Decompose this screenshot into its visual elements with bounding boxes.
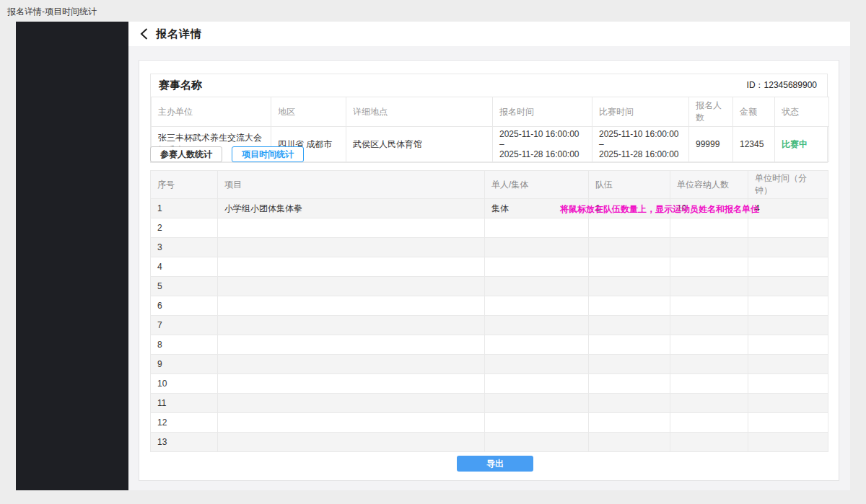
cell-capacity [670,238,748,257]
stats-header-row: 序号 项目 单人/集体 队伍 单位容纳人数 单位时间（分钟） [151,171,828,199]
cell-team[interactable] [589,218,670,238]
signup-count-cell: 99999 [689,127,733,162]
cell-type [485,277,589,296]
cell-team[interactable] [589,257,670,277]
column-header-unit-time: 单位时间（分钟） [748,171,828,199]
cell-index: 12 [151,413,218,433]
venue-cell: 武侯区人民体育馆 [346,127,493,162]
cell-type [485,374,589,394]
cell-team[interactable] [589,238,670,257]
column-header-type: 单人/集体 [485,171,589,199]
page-title: 报名详情-项目时间统计 [7,6,97,18]
cell-type [485,218,589,238]
column-header-match-time: 比赛时间 [592,97,689,127]
cell-index: 1 [151,199,218,218]
cell-team[interactable] [589,374,670,394]
cell-unit-time [748,218,828,238]
cell-team[interactable] [589,277,670,296]
cell-project [218,413,485,433]
cell-project [218,355,485,374]
cell-index: 2 [151,218,218,238]
cell-unit-time [748,296,828,316]
cell-team[interactable] [589,433,670,452]
cell-team[interactable] [589,316,670,335]
cell-index: 10 [151,374,218,394]
event-header-row: 主办单位 地区 详细地点 报名时间 比赛时间 报名人数 金额 状态 [152,97,829,127]
cell-unit-time [748,433,828,452]
column-header-venue: 详细地点 [346,97,493,127]
column-header-signup-time: 报名时间 [493,97,592,127]
column-header-signup-count: 报名人数 [689,97,733,127]
sidebar [16,22,128,490]
cell-unit-time [748,316,828,335]
cell-project [218,277,485,296]
cell-index: 13 [151,433,218,452]
cell-capacity [670,394,748,413]
table-row: 8 [151,335,828,355]
table-row: 13 [151,433,828,452]
cell-index: 5 [151,277,218,296]
cell-project [218,433,485,452]
event-id-label: ID： [747,80,764,90]
export-button[interactable]: 导出 [457,456,533,472]
cell-type [485,413,589,433]
table-row: 3 [151,238,828,257]
cell-type [485,335,589,355]
match-time-cell: 2025-11-10 16:00:00 – 2025-11-28 16:00:0… [592,127,689,162]
cell-type [485,238,589,257]
cell-project [218,257,485,277]
cell-capacity [670,335,748,355]
tab-project-time-stats[interactable]: 项目时间统计 [232,146,304,162]
back-button[interactable] [140,28,148,40]
column-header-capacity: 单位容纳人数 [670,171,748,199]
cell-index: 11 [151,394,218,413]
cell-type [485,355,589,374]
cell-unit-time [748,394,828,413]
table-row: 9 [151,355,828,374]
table-row: 6 [151,296,828,316]
column-header-amount: 金额 [733,97,775,127]
cell-index: 8 [151,335,218,355]
cell-capacity [670,257,748,277]
cell-type [485,433,589,452]
cell-unit-time [748,355,828,374]
cell-type [485,316,589,335]
amount-cell: 12345 [733,127,775,162]
table-row: 2 [151,218,828,238]
column-header-status: 状态 [775,97,829,127]
page-heading: 报名详情 [156,27,202,41]
cell-index: 4 [151,257,218,277]
event-card-header: 赛事名称 ID：12345689900 [151,74,827,97]
tab-attendance-stats[interactable]: 参赛人数统计 [150,146,222,162]
cell-type [485,296,589,316]
cell-unit-time [748,374,828,394]
cell-team[interactable] [589,335,670,355]
cell-team[interactable] [589,355,670,374]
annotation-note: 将鼠标放在队伍数量上，显示运动员姓名和报名单位 [560,203,759,216]
column-header-team: 队伍 [589,171,670,199]
main-area: 报名详情 赛事名称 ID：12345689900 主办单位 [128,22,850,490]
column-header-index: 序号 [151,171,218,199]
cell-unit-time [748,413,828,433]
cell-capacity [670,277,748,296]
cell-project [218,238,485,257]
cell-project [218,335,485,355]
tab-row: 参赛人数统计 项目时间统计 [150,146,304,162]
cell-unit-time [748,238,828,257]
cell-team[interactable] [589,296,670,316]
cell-index: 9 [151,355,218,374]
page: 报名详情-项目时间统计 报名详情 赛事名称 [0,0,866,504]
cell-team[interactable] [589,413,670,433]
cell-project: 小学组小团体集体拳 [218,199,485,218]
cell-project [218,374,485,394]
cell-capacity [670,296,748,316]
cell-capacity [670,218,748,238]
cell-unit-time [748,257,828,277]
cell-capacity [670,374,748,394]
signup-time-cell: 2025-11-10 16:00:00 – 2025-11-28 16:00:0… [493,127,592,162]
cell-team[interactable] [589,394,670,413]
cell-index: 3 [151,238,218,257]
cell-project [218,316,485,335]
status-badge: 比赛中 [775,127,829,162]
topbar: 报名详情 [128,22,850,46]
